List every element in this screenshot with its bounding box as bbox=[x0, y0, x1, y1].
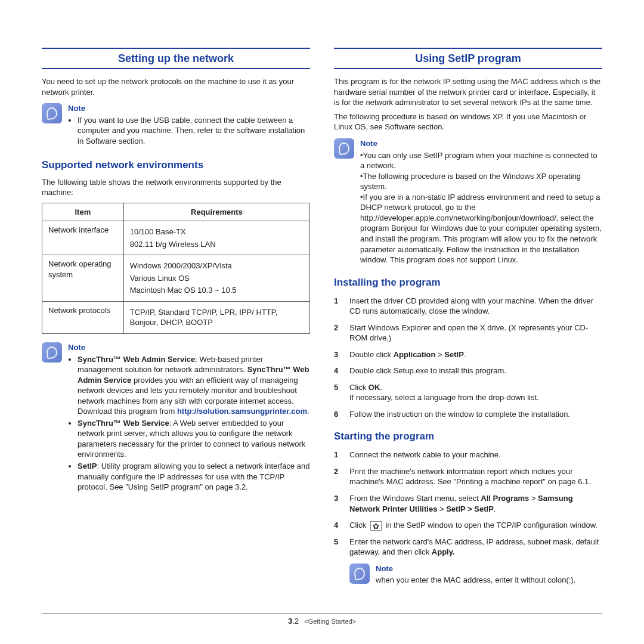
note-item: SetIP: Utility program allowing you to s… bbox=[78, 461, 310, 493]
note-item: •If you are in a non-static IP address e… bbox=[360, 192, 602, 265]
term: SetIP bbox=[78, 462, 97, 470]
requirements-table: Item Requirements Network interface 10/1… bbox=[42, 203, 310, 334]
step: 3From the Windows Start menu, select All… bbox=[334, 493, 602, 514]
step: 5Click OK.If necessary, select a languag… bbox=[334, 382, 602, 403]
note-services: Note SyncThru™ Web Admin Service: Web-ba… bbox=[42, 342, 310, 494]
note-item: If you want to use the USB cable, connec… bbox=[78, 115, 310, 147]
table-intro: The following table shows the network en… bbox=[42, 177, 310, 198]
cell-item: Network interface bbox=[42, 221, 124, 255]
note-icon bbox=[334, 138, 354, 159]
cell-line: 802.11 b/g Wireless LAN bbox=[130, 239, 304, 250]
step: 1Connect the network cable to your machi… bbox=[334, 450, 602, 460]
step: 4Click ✿ in the SetIP window to open the… bbox=[334, 520, 602, 531]
table-row: Network operating system Windows 2000/20… bbox=[42, 255, 310, 302]
table-row: Network interface 10/100 Base-TX 802.11 … bbox=[42, 221, 310, 255]
subhead-starting: Starting the program bbox=[334, 430, 602, 444]
note-item: SyncThru™ Web Service: A Web server embe… bbox=[78, 418, 310, 460]
cell-req: TCP/IP, Standard TCP/IP, LPR, IPP/ HTTP,… bbox=[123, 301, 309, 333]
section-title-left: Setting up the network bbox=[42, 48, 310, 69]
note-text: when you enter the MAC address, enter it… bbox=[376, 575, 602, 586]
note-icon bbox=[42, 342, 62, 363]
download-link[interactable]: http://solution.samsungprinter.com bbox=[177, 407, 307, 416]
th-item: Item bbox=[42, 203, 124, 221]
cell-req: Windows 2000/2003/XP/Vista Various Linux… bbox=[123, 255, 309, 302]
cell-item: Network protocols bbox=[42, 301, 124, 333]
start-steps: 1Connect the network cable to your machi… bbox=[334, 450, 602, 557]
step: 1Insert the driver CD provided along wit… bbox=[334, 296, 602, 317]
cell-line: Various Linux OS bbox=[130, 273, 304, 284]
cell-line: TCP/IP, Standard TCP/IP, LPR, IPP/ HTTP,… bbox=[130, 307, 304, 328]
step: 3Double click Application > SetIP. bbox=[334, 349, 602, 360]
left-intro: You need to set up the network protocols… bbox=[42, 76, 310, 97]
note-item: •You can only use SetIP program when you… bbox=[360, 150, 602, 171]
subhead-installing: Installing the program bbox=[334, 276, 602, 290]
step: 5Enter the network card's MAC address, I… bbox=[334, 537, 602, 558]
note-label: Note bbox=[360, 138, 602, 149]
install-steps: 1Insert the driver CD provided along wit… bbox=[334, 296, 602, 420]
step: 2Start Windows Explorer and open the X d… bbox=[334, 323, 602, 343]
right-intro1: This program is for the network IP setti… bbox=[334, 76, 602, 108]
page-footer: 3.2 <Getting Started> bbox=[42, 613, 602, 627]
step: 2Print the machine's network information… bbox=[334, 466, 602, 487]
note-usb: Note If you want to use the USB cable, c… bbox=[42, 103, 310, 147]
note-item: SyncThru™ Web Admin Service: Web-based p… bbox=[78, 354, 310, 417]
cell-line: Windows 2000/2003/XP/Vista bbox=[130, 261, 304, 271]
note-icon bbox=[349, 564, 370, 584]
cell-req: 10/100 Base-TX 802.11 b/g Wireless LAN bbox=[123, 221, 309, 255]
note-label: Note bbox=[68, 103, 310, 114]
note-setip-general: Note •You can only use SetIP program whe… bbox=[334, 138, 602, 265]
right-intro2: The following procedure is based on wind… bbox=[334, 112, 602, 132]
note-label: Note bbox=[68, 342, 310, 353]
note-icon bbox=[42, 103, 62, 123]
cell-item: Network operating system bbox=[42, 255, 124, 302]
text: : Utility program allowing you to select… bbox=[78, 462, 309, 491]
subhead-supported-env: Supported network environments bbox=[42, 159, 310, 172]
th-req: Requirements bbox=[123, 203, 309, 221]
gear-icon: ✿ bbox=[370, 521, 382, 531]
step: 6Follow the instruction on the window to… bbox=[334, 409, 602, 420]
term: SyncThru™ Web Admin Service bbox=[78, 355, 195, 364]
table-row: Network protocols TCP/IP, Standard TCP/I… bbox=[42, 301, 310, 333]
page-minor: .2 bbox=[292, 617, 299, 626]
note-item: •The following procedure is based on the… bbox=[360, 171, 602, 192]
term: SyncThru™ Web Service bbox=[78, 419, 169, 428]
text: . bbox=[307, 407, 309, 416]
section-title-right: Using SetIP program bbox=[334, 48, 602, 69]
cell-line: 10/100 Base-TX bbox=[130, 227, 304, 237]
step: 4Double click Setup.exe to install this … bbox=[334, 366, 602, 376]
cell-line: Macintosh Mac OS 10.3 ~ 10.5 bbox=[130, 285, 304, 296]
note-label: Note bbox=[376, 564, 602, 574]
note-mac-colon: Note when you enter the MAC address, ent… bbox=[349, 564, 602, 586]
chapter-name: <Getting Started> bbox=[304, 618, 356, 625]
